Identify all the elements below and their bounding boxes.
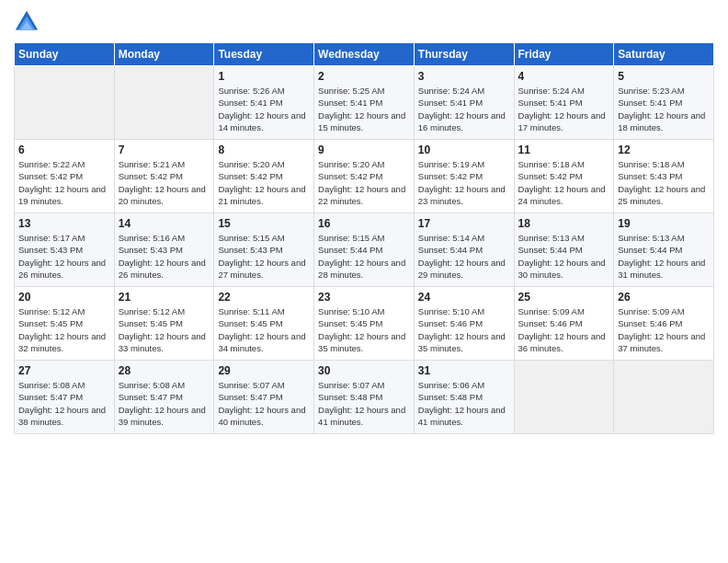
logo [14, 9, 43, 35]
day-info: Sunrise: 5:10 AMSunset: 5:45 PMDaylight:… [318, 305, 410, 354]
day-number: 8 [218, 144, 310, 156]
day-info: Sunrise: 5:14 AMSunset: 5:44 PMDaylight:… [418, 232, 510, 281]
day-number: 1 [218, 70, 310, 83]
day-info: Sunrise: 5:26 AMSunset: 5:41 PMDaylight:… [218, 85, 310, 133]
day-number: 9 [318, 144, 410, 156]
day-info: Sunrise: 5:20 AMSunset: 5:42 PMDaylight:… [318, 158, 410, 207]
calendar-cell: 19 Sunrise: 5:13 AMSunset: 5:44 PMDaylig… [614, 213, 714, 287]
calendar-cell: 13 Sunrise: 5:17 AMSunset: 5:43 PMDaylig… [15, 213, 115, 287]
day-info: Sunrise: 5:13 AMSunset: 5:44 PMDaylight:… [518, 232, 610, 281]
day-header: Thursday [414, 43, 514, 66]
page-container: SundayMondayTuesdayWednesdayThursdayFrid… [0, 0, 728, 443]
day-header: Monday [114, 43, 214, 66]
day-info: Sunrise: 5:19 AMSunset: 5:42 PMDaylight:… [418, 158, 510, 207]
calendar-cell: 31 Sunrise: 5:06 AMSunset: 5:48 PMDaylig… [414, 361, 514, 434]
calendar-cell: 17 Sunrise: 5:14 AMSunset: 5:44 PMDaylig… [414, 213, 514, 287]
calendar-cell: 12 Sunrise: 5:18 AMSunset: 5:43 PMDaylig… [614, 140, 714, 213]
day-number: 12 [618, 144, 710, 156]
calendar-cell: 4 Sunrise: 5:24 AMSunset: 5:41 PMDayligh… [514, 66, 614, 140]
day-info: Sunrise: 5:07 AMSunset: 5:47 PMDaylight:… [218, 379, 310, 428]
calendar-cell: 11 Sunrise: 5:18 AMSunset: 5:42 PMDaylig… [514, 140, 614, 213]
calendar-cell: 6 Sunrise: 5:22 AMSunset: 5:42 PMDayligh… [15, 140, 115, 213]
day-number: 16 [318, 217, 410, 230]
day-info: Sunrise: 5:22 AMSunset: 5:42 PMDaylight:… [18, 158, 110, 207]
day-info: Sunrise: 5:20 AMSunset: 5:42 PMDaylight:… [218, 158, 310, 207]
calendar-cell: 23 Sunrise: 5:10 AMSunset: 5:45 PMDaylig… [314, 287, 415, 361]
calendar-week: 1 Sunrise: 5:26 AMSunset: 5:41 PMDayligh… [15, 66, 714, 140]
day-number: 15 [218, 217, 310, 230]
calendar-cell [15, 66, 115, 140]
day-info: Sunrise: 5:11 AMSunset: 5:45 PMDaylight:… [218, 305, 310, 354]
calendar-cell: 8 Sunrise: 5:20 AMSunset: 5:42 PMDayligh… [214, 140, 314, 213]
day-number: 18 [518, 217, 610, 230]
day-number: 6 [18, 144, 110, 156]
day-info: Sunrise: 5:21 AMSunset: 5:42 PMDaylight:… [119, 158, 210, 207]
day-info: Sunrise: 5:08 AMSunset: 5:47 PMDaylight:… [18, 379, 110, 428]
day-number: 23 [318, 291, 410, 304]
calendar-cell: 7 Sunrise: 5:21 AMSunset: 5:42 PMDayligh… [114, 140, 214, 213]
day-number: 19 [618, 217, 710, 230]
calendar-week: 20 Sunrise: 5:12 AMSunset: 5:45 PMDaylig… [15, 287, 714, 361]
day-info: Sunrise: 5:16 AMSunset: 5:43 PMDaylight:… [119, 232, 210, 281]
day-number: 24 [418, 291, 510, 304]
day-number: 14 [119, 217, 210, 230]
logo-icon [14, 9, 40, 35]
day-info: Sunrise: 5:12 AMSunset: 5:45 PMDaylight:… [18, 305, 110, 354]
header [14, 9, 714, 35]
day-info: Sunrise: 5:15 AMSunset: 5:44 PMDaylight:… [318, 232, 410, 281]
calendar-cell [614, 361, 714, 434]
day-number: 26 [618, 291, 710, 304]
calendar-cell: 16 Sunrise: 5:15 AMSunset: 5:44 PMDaylig… [314, 213, 415, 287]
calendar-week: 6 Sunrise: 5:22 AMSunset: 5:42 PMDayligh… [15, 140, 714, 213]
calendar-cell: 28 Sunrise: 5:08 AMSunset: 5:47 PMDaylig… [114, 361, 214, 434]
calendar-cell [514, 361, 614, 434]
calendar-cell: 5 Sunrise: 5:23 AMSunset: 5:41 PMDayligh… [614, 66, 714, 140]
day-number: 4 [518, 70, 610, 83]
calendar-cell: 2 Sunrise: 5:25 AMSunset: 5:41 PMDayligh… [314, 66, 415, 140]
calendar-table: SundayMondayTuesdayWednesdayThursdayFrid… [14, 42, 714, 434]
calendar-cell: 24 Sunrise: 5:10 AMSunset: 5:46 PMDaylig… [414, 287, 514, 361]
day-info: Sunrise: 5:17 AMSunset: 5:43 PMDaylight:… [18, 232, 110, 281]
day-info: Sunrise: 5:06 AMSunset: 5:48 PMDaylight:… [418, 379, 510, 428]
calendar-cell: 26 Sunrise: 5:09 AMSunset: 5:46 PMDaylig… [614, 287, 714, 361]
day-number: 5 [618, 70, 710, 83]
calendar-cell [114, 66, 214, 140]
day-number: 11 [518, 144, 610, 156]
day-header: Sunday [15, 43, 115, 66]
day-info: Sunrise: 5:23 AMSunset: 5:41 PMDaylight:… [618, 85, 710, 133]
header-row: SundayMondayTuesdayWednesdayThursdayFrid… [15, 43, 714, 66]
day-number: 22 [218, 291, 310, 304]
day-header: Tuesday [214, 43, 314, 66]
day-number: 27 [18, 364, 110, 377]
day-header: Wednesday [314, 43, 415, 66]
day-number: 20 [18, 291, 110, 304]
day-number: 2 [318, 70, 410, 83]
day-number: 31 [418, 364, 510, 377]
day-info: Sunrise: 5:18 AMSunset: 5:42 PMDaylight:… [518, 158, 610, 207]
calendar-week: 13 Sunrise: 5:17 AMSunset: 5:43 PMDaylig… [15, 213, 714, 287]
day-info: Sunrise: 5:09 AMSunset: 5:46 PMDaylight:… [618, 305, 710, 354]
day-number: 3 [418, 70, 510, 83]
calendar-week: 27 Sunrise: 5:08 AMSunset: 5:47 PMDaylig… [15, 361, 714, 434]
day-number: 28 [119, 364, 210, 377]
day-info: Sunrise: 5:24 AMSunset: 5:41 PMDaylight:… [518, 85, 610, 133]
day-info: Sunrise: 5:13 AMSunset: 5:44 PMDaylight:… [618, 232, 710, 281]
day-number: 25 [518, 291, 610, 304]
day-info: Sunrise: 5:12 AMSunset: 5:45 PMDaylight:… [119, 305, 210, 354]
day-number: 10 [418, 144, 510, 156]
day-header: Saturday [614, 43, 714, 66]
day-info: Sunrise: 5:07 AMSunset: 5:48 PMDaylight:… [318, 379, 410, 428]
day-number: 17 [418, 217, 510, 230]
calendar-cell: 22 Sunrise: 5:11 AMSunset: 5:45 PMDaylig… [214, 287, 314, 361]
day-number: 21 [119, 291, 210, 304]
day-info: Sunrise: 5:18 AMSunset: 5:43 PMDaylight:… [618, 158, 710, 207]
calendar-cell: 30 Sunrise: 5:07 AMSunset: 5:48 PMDaylig… [314, 361, 415, 434]
day-number: 30 [318, 364, 410, 377]
calendar-cell: 25 Sunrise: 5:09 AMSunset: 5:46 PMDaylig… [514, 287, 614, 361]
day-info: Sunrise: 5:15 AMSunset: 5:43 PMDaylight:… [218, 232, 310, 281]
calendar-cell: 10 Sunrise: 5:19 AMSunset: 5:42 PMDaylig… [414, 140, 514, 213]
calendar-cell: 29 Sunrise: 5:07 AMSunset: 5:47 PMDaylig… [214, 361, 314, 434]
day-number: 29 [218, 364, 310, 377]
calendar-cell: 27 Sunrise: 5:08 AMSunset: 5:47 PMDaylig… [15, 361, 115, 434]
calendar-cell: 14 Sunrise: 5:16 AMSunset: 5:43 PMDaylig… [114, 213, 214, 287]
